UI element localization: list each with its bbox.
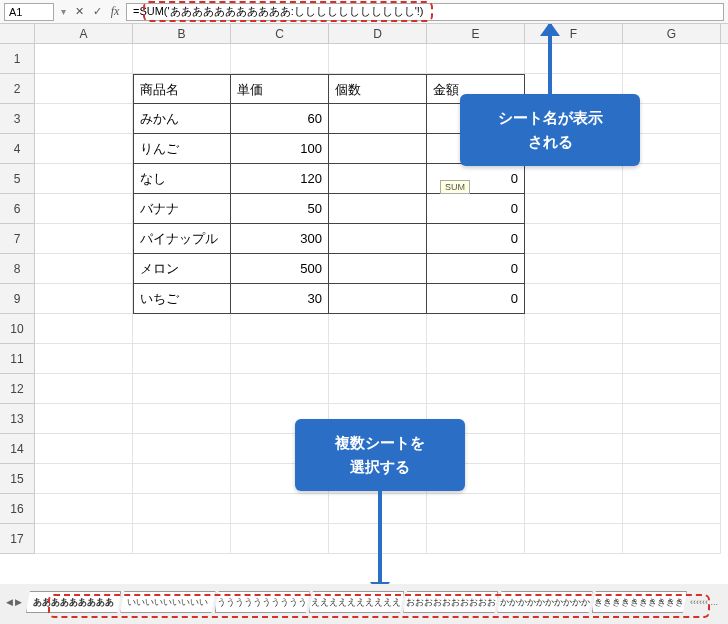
sheet-tab[interactable]: いいいいいいいいい — [120, 591, 215, 613]
row-header[interactable]: 5 — [0, 164, 35, 194]
sheet-tab[interactable]: あああああああああ — [26, 591, 121, 613]
row-header[interactable]: 15 — [0, 464, 35, 494]
cell[interactable] — [329, 284, 427, 314]
cell[interactable]: 0 — [427, 284, 525, 314]
cell[interactable]: りんご — [133, 134, 231, 164]
cell[interactable] — [623, 224, 721, 254]
cell[interactable] — [35, 314, 133, 344]
cell[interactable] — [623, 164, 721, 194]
row-header[interactable]: 3 — [0, 104, 35, 134]
formula-input[interactable]: =SUM('あああああああああああ:ししししししししししし'!) — [126, 3, 724, 21]
col-header[interactable]: A — [35, 24, 133, 43]
fx-icon[interactable]: fx — [108, 5, 122, 19]
cell[interactable]: 0 — [427, 254, 525, 284]
cell[interactable] — [231, 524, 329, 554]
row-header[interactable]: 14 — [0, 434, 35, 464]
col-header[interactable]: B — [133, 24, 231, 43]
cell[interactable] — [525, 254, 623, 284]
cell[interactable]: 500 — [231, 254, 329, 284]
cell[interactable] — [525, 44, 623, 74]
enter-icon[interactable]: ✓ — [90, 5, 104, 19]
cell[interactable] — [623, 374, 721, 404]
cell[interactable] — [35, 164, 133, 194]
cell[interactable] — [623, 434, 721, 464]
cell[interactable] — [623, 464, 721, 494]
row-header[interactable]: 7 — [0, 224, 35, 254]
cell[interactable]: 50 — [231, 194, 329, 224]
col-header[interactable]: C — [231, 24, 329, 43]
sheet-tab[interactable]: きききききききききき — [592, 591, 687, 613]
cell[interactable] — [623, 284, 721, 314]
cell[interactable] — [525, 284, 623, 314]
cell[interactable] — [35, 74, 133, 104]
cell[interactable] — [623, 44, 721, 74]
cell[interactable] — [231, 344, 329, 374]
cell[interactable] — [133, 524, 231, 554]
cell[interactable]: 単価 — [231, 74, 329, 104]
col-header[interactable]: G — [623, 24, 721, 43]
cell[interactable] — [133, 464, 231, 494]
cell[interactable] — [427, 494, 525, 524]
cell[interactable] — [623, 194, 721, 224]
cell[interactable]: 300 — [231, 224, 329, 254]
cell[interactable]: 30 — [231, 284, 329, 314]
cell[interactable] — [623, 344, 721, 374]
row-header[interactable]: 12 — [0, 374, 35, 404]
row-header[interactable]: 2 — [0, 74, 35, 104]
cell[interactable] — [427, 314, 525, 344]
cell[interactable] — [35, 194, 133, 224]
cell[interactable]: なし — [133, 164, 231, 194]
cell[interactable] — [133, 434, 231, 464]
cell[interactable] — [133, 344, 231, 374]
cell[interactable] — [525, 344, 623, 374]
cell[interactable] — [329, 374, 427, 404]
cell[interactable] — [427, 344, 525, 374]
cell[interactable] — [329, 314, 427, 344]
name-box-dropdown-icon[interactable]: ▾ — [58, 6, 68, 17]
name-box[interactable]: A1 — [4, 3, 54, 21]
cell[interactable]: 100 — [231, 134, 329, 164]
cell[interactable] — [329, 254, 427, 284]
sheet-tab[interactable]: ええええええええええ — [309, 591, 404, 613]
cell[interactable] — [525, 404, 623, 434]
cell[interactable]: 個数 — [329, 74, 427, 104]
row-header[interactable]: 9 — [0, 284, 35, 314]
cell[interactable] — [525, 494, 623, 524]
cell[interactable] — [623, 494, 721, 524]
cell[interactable] — [35, 374, 133, 404]
cell[interactable] — [623, 524, 721, 554]
cell[interactable]: みかん — [133, 104, 231, 134]
row-header[interactable]: 6 — [0, 194, 35, 224]
cell[interactable] — [525, 434, 623, 464]
cell[interactable] — [525, 314, 623, 344]
tab-scroll-more[interactable]: ‹‹‹‹‹‹ ... — [686, 597, 722, 607]
sheet-tab[interactable]: かかかかかかかかかか — [497, 591, 592, 613]
cell[interactable] — [623, 254, 721, 284]
cell[interactable] — [329, 134, 427, 164]
cell[interactable] — [35, 524, 133, 554]
cell[interactable] — [329, 194, 427, 224]
cell[interactable] — [623, 404, 721, 434]
cell[interactable] — [525, 164, 623, 194]
cell[interactable] — [133, 374, 231, 404]
cell[interactable]: メロン — [133, 254, 231, 284]
cell[interactable] — [329, 104, 427, 134]
cell[interactable] — [525, 464, 623, 494]
row-header[interactable]: 8 — [0, 254, 35, 284]
cell[interactable] — [231, 374, 329, 404]
cell[interactable] — [35, 104, 133, 134]
sheet-tab[interactable]: うううううううううう — [215, 591, 310, 613]
col-header[interactable]: D — [329, 24, 427, 43]
col-header[interactable]: E — [427, 24, 525, 43]
cell[interactable]: バナナ — [133, 194, 231, 224]
cell[interactable] — [133, 314, 231, 344]
cell[interactable] — [133, 494, 231, 524]
cell[interactable] — [35, 254, 133, 284]
cell[interactable] — [427, 374, 525, 404]
cell[interactable]: 60 — [231, 104, 329, 134]
cell[interactable] — [623, 314, 721, 344]
cell[interactable] — [525, 374, 623, 404]
cell[interactable]: パイナップル — [133, 224, 231, 254]
cell[interactable] — [35, 434, 133, 464]
cell[interactable] — [427, 524, 525, 554]
